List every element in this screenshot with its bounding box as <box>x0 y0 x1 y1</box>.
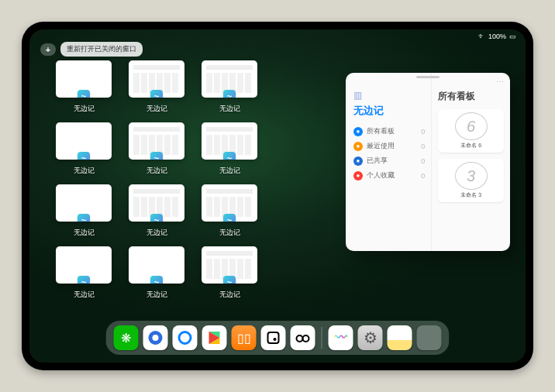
freeform-app-icon <box>78 90 90 98</box>
window-label: 无边记 <box>74 290 95 300</box>
freeform-app-icon <box>78 214 90 222</box>
thumbnail-preview <box>202 184 257 222</box>
dice-icon <box>267 332 280 344</box>
window-thumbnail[interactable]: 无边记 <box>200 122 259 177</box>
window-thumbnail[interactable]: 无边记 <box>127 60 186 115</box>
thumbnail-preview <box>202 246 257 284</box>
dock-app-notes[interactable] <box>388 325 412 350</box>
thumbnail-preview <box>56 184 112 222</box>
dock-app-books[interactable]: ▯▯ <box>232 325 257 350</box>
ipad-frame: ᯤ 100% ▭ + 重新打开已关闭的窗口 无边记无边记无边记无边记无边记无边记… <box>22 22 533 370</box>
folder-count: 0 <box>421 172 425 180</box>
window-thumbnail[interactable]: 无边记 <box>200 246 259 301</box>
dock-app-qqhd[interactable] <box>143 325 168 350</box>
board-preview: 3 <box>455 162 488 190</box>
thumbnail-preview <box>129 60 184 98</box>
wechat-icon: ❋ <box>121 331 131 346</box>
board-label: 未命名 6 <box>460 142 481 150</box>
thumbnail-preview <box>129 246 184 284</box>
panel-content: 所有看板 6未命名 63未命名 3 <box>431 73 510 251</box>
grid-icon: ● <box>353 127 363 136</box>
panel-sidebar: ▥ 无边记 ●所有看板0●最近使用0●已共享0●个人收藏0 <box>346 73 431 251</box>
freeform-app-icon <box>150 90 163 98</box>
window-grid: 无边记无边记无边记无边记无边记无边记无边记无边记无边记无边记无边记无边记 <box>54 60 332 301</box>
window-label: 无边记 <box>147 228 167 238</box>
folder-label: 个人收藏 <box>367 170 395 181</box>
play-icon <box>209 332 220 344</box>
panel-title: 无边记 <box>353 104 425 118</box>
board-label: 未命名 3 <box>460 191 481 199</box>
qq-icon <box>149 331 163 345</box>
clock-icon: ● <box>353 142 363 151</box>
window-thumbnail[interactable]: 无边记 <box>54 60 113 115</box>
panel-more-icon[interactable]: ⋯ <box>496 77 504 86</box>
dock-app-play[interactable] <box>202 325 227 350</box>
panel-right-title: 所有看板 <box>438 90 504 103</box>
freeform-panel[interactable]: ⋯ ▥ 无边记 ●所有看板0●最近使用0●已共享0●个人收藏0 所有看板 6未命… <box>346 73 510 251</box>
window-label: 无边记 <box>219 166 240 176</box>
dock: ❋▯▯〰⚙ <box>106 321 450 355</box>
thumbnail-preview <box>129 122 184 160</box>
folder-label: 最近使用 <box>367 141 395 151</box>
thumbnail-preview <box>56 60 112 98</box>
board-card[interactable]: 6未命名 6 <box>438 109 504 153</box>
sidebar-folder[interactable]: ●所有看板0 <box>353 124 425 139</box>
freeform-app-icon <box>150 276 163 284</box>
folder-count: 0 <box>421 143 425 150</box>
window-thumbnail[interactable]: 无边记 <box>54 184 113 239</box>
thumbnail-preview <box>202 122 257 160</box>
folder-label: 已共享 <box>367 156 388 166</box>
thumbnail-preview <box>56 122 112 160</box>
folder-count: 0 <box>421 128 425 136</box>
sidebar-toggle-icon[interactable]: ▥ <box>353 90 425 101</box>
freeform-app-icon <box>78 276 90 284</box>
heart-icon: ● <box>353 171 363 181</box>
dock-app-dots2[interactable] <box>291 325 315 350</box>
window-thumbnail[interactable]: 无边记 <box>54 122 113 177</box>
window-label: 无边记 <box>74 166 95 176</box>
dock-app-freeform[interactable]: 〰 <box>329 325 353 350</box>
freeform-app-icon <box>223 152 236 160</box>
dock-app-dots1[interactable] <box>261 325 286 350</box>
thumbnail-preview <box>56 246 112 284</box>
panel-grabber[interactable] <box>416 76 440 78</box>
window-thumbnail[interactable]: 无边记 <box>127 246 186 301</box>
window-label: 无边记 <box>219 104 240 114</box>
dock-separator <box>322 327 322 349</box>
freeform-app-icon <box>223 276 236 284</box>
qqbrowser-icon <box>178 331 192 345</box>
dock-app-settings[interactable]: ⚙ <box>358 325 383 350</box>
thumbnail-preview <box>129 184 184 222</box>
gear-icon: ⚙ <box>364 328 377 347</box>
nodes-icon <box>296 333 310 342</box>
window-label: 无边记 <box>219 228 240 238</box>
board-preview: 6 <box>455 112 488 140</box>
freeform-app-icon <box>223 214 236 222</box>
window-label: 无边记 <box>219 290 240 300</box>
dock-app-qqbrowse[interactable] <box>173 325 198 350</box>
dock-app-wechat[interactable]: ❋ <box>114 325 139 350</box>
freeform-app-icon <box>78 152 90 160</box>
board-card[interactable]: 3未命名 3 <box>438 159 504 202</box>
screen: ᯤ 100% ▭ + 重新打开已关闭的窗口 无边记无边记无边记无边记无边记无边记… <box>29 29 526 363</box>
sidebar-folder[interactable]: ●最近使用0 <box>353 139 425 153</box>
window-label: 无边记 <box>74 104 95 114</box>
window-thumbnail[interactable]: 无边记 <box>200 60 259 115</box>
window-thumbnail[interactable]: 无边记 <box>127 122 186 177</box>
window-label: 无边记 <box>147 290 167 300</box>
window-label: 无边记 <box>147 166 167 176</box>
folder-label: 所有看板 <box>367 126 395 136</box>
thumbnail-preview <box>202 60 257 98</box>
stage: 无边记无边记无边记无边记无边记无边记无边记无边记无边记无边记无边记无边记 ⋯ ▥… <box>29 29 526 363</box>
window-thumbnail[interactable]: 无边记 <box>200 184 259 239</box>
folder-count: 0 <box>421 157 425 165</box>
window-label: 无边记 <box>147 104 167 114</box>
freeform-app-icon <box>150 152 163 160</box>
sidebar-folder[interactable]: ●个人收藏0 <box>353 168 425 183</box>
freeform-app-icon <box>150 214 163 222</box>
freeform-icon: 〰 <box>334 330 348 346</box>
dock-app-library[interactable] <box>417 325 442 350</box>
window-thumbnail[interactable]: 无边记 <box>54 246 113 301</box>
sidebar-folder[interactable]: ●已共享0 <box>353 153 425 168</box>
window-thumbnail[interactable]: 无边记 <box>127 184 186 239</box>
